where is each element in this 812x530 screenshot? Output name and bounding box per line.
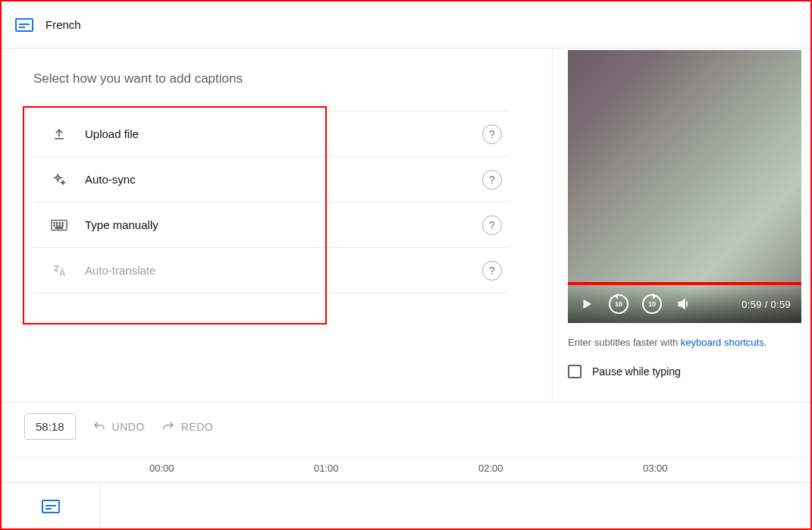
replay-10-icon[interactable]: 10: [609, 294, 629, 314]
svg-point-4: [62, 222, 63, 223]
timeline-tick: 02:00: [478, 463, 503, 474]
svg-point-2: [57, 222, 58, 223]
caption-track-header[interactable]: [2, 483, 100, 529]
redo-button[interactable]: REDO: [161, 420, 213, 434]
pause-while-typing-toggle[interactable]: Pause while typing: [568, 365, 810, 378]
main-area: Select how you want to add captions Uplo…: [2, 49, 810, 402]
option-label: Upload file: [85, 127, 466, 140]
keyboard-icon: [50, 216, 68, 234]
help-icon[interactable]: ?: [482, 261, 502, 281]
svg-point-5: [54, 224, 55, 225]
help-icon[interactable]: ?: [482, 170, 502, 190]
undo-button[interactable]: UNDO: [92, 420, 145, 434]
help-icon[interactable]: ?: [482, 124, 502, 144]
translate-icon: [50, 262, 68, 280]
timeline-tick: 03:00: [643, 463, 668, 474]
help-icon[interactable]: ?: [482, 215, 502, 235]
preview-panel: 10 10 0:59 / 0:59: [553, 49, 810, 402]
timeline-tick: 01:00: [314, 463, 339, 474]
play-icon[interactable]: [578, 296, 595, 312]
video-time-display: 0:59 / 0:59: [741, 299, 791, 310]
timeline-toolbar: 58:18 UNDO REDO 00:00 01:00 02:00 03:00: [2, 402, 810, 482]
timecode-input[interactable]: 58:18: [24, 413, 76, 440]
option-auto-sync[interactable]: Auto-sync ?: [33, 157, 509, 202]
svg-rect-9: [55, 227, 62, 227]
volume-icon[interactable]: [676, 296, 692, 312]
pause-while-typing-label: Pause while typing: [592, 365, 681, 378]
option-label: Type manually: [85, 218, 466, 231]
timeline-tick: 00:00: [149, 463, 174, 474]
undo-icon: [92, 420, 106, 434]
checkbox-icon[interactable]: [568, 365, 582, 378]
svg-point-1: [54, 222, 55, 223]
sparkle-icon: [50, 171, 68, 189]
option-type-manually[interactable]: Type manually ?: [33, 202, 509, 248]
upload-icon: [50, 125, 68, 143]
svg-point-6: [57, 224, 58, 225]
forward-10-icon[interactable]: 10: [642, 294, 662, 314]
video-controls: 10 10 0:59 / 0:59: [568, 285, 801, 323]
video-preview[interactable]: 10 10 0:59 / 0:59: [568, 50, 801, 323]
svg-point-3: [59, 222, 60, 223]
option-label: Auto-sync: [85, 173, 466, 186]
option-auto-translate: Auto-translate ?: [33, 248, 509, 293]
shortcut-hint: Enter subtitles faster with keyboard sho…: [568, 337, 810, 348]
caption-method-panel: Select how you want to add captions Uplo…: [2, 49, 553, 402]
caption-track-strip: [2, 482, 810, 529]
keyboard-shortcuts-link[interactable]: keyboard shortcuts: [681, 337, 764, 348]
svg-point-7: [59, 224, 60, 225]
subtitles-icon: [42, 500, 60, 513]
timeline-ruler[interactable]: 00:00 01:00 02:00 03:00: [2, 457, 810, 483]
toolbar-row: 58:18 UNDO REDO: [2, 403, 810, 440]
caption-method-list: Upload file ? Auto-sync ?: [33, 111, 509, 293]
language-header: French: [2, 2, 810, 49]
svg-point-8: [62, 224, 63, 225]
panel-subtitle: Select how you want to add captions: [33, 71, 509, 86]
option-label: Auto-translate: [85, 264, 466, 277]
caption-editor-window: French Select how you want to add captio…: [0, 0, 812, 530]
subtitles-icon: [15, 18, 33, 32]
option-upload-file[interactable]: Upload file ?: [33, 111, 509, 157]
redo-icon: [161, 420, 175, 434]
language-title: French: [45, 18, 81, 31]
